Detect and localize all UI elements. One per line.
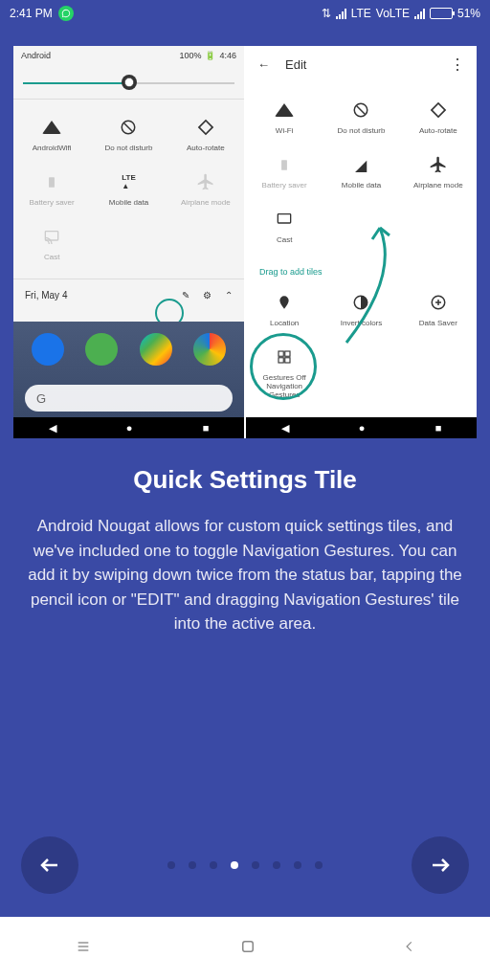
android-nav-bar: ◀●■: [13, 417, 244, 438]
tile-rotate: Auto-rotate: [400, 90, 477, 145]
qs-date: Fri, May 4: [25, 290, 67, 301]
tile-location: Location: [246, 282, 323, 337]
screenshot-container: Android 100% 🔋 4:46 AndroidWifi Do not d…: [13, 46, 477, 438]
app-messages-icon: [85, 333, 118, 366]
tile-cast: Cast: [246, 199, 323, 254]
system-nav-bar: [0, 917, 490, 980]
battery-percent: 51%: [457, 7, 480, 20]
page-description: Android Nougat allows for custom quick s…: [13, 514, 477, 636]
tile-airplane: Airplane mode: [400, 145, 477, 199]
gear-icon: ⚙: [203, 290, 212, 301]
tile-rotate: Auto-rotate: [167, 107, 244, 162]
dot[interactable]: [294, 861, 301, 869]
dot[interactable]: [273, 861, 280, 869]
pencil-icon: ✎: [182, 290, 189, 301]
arrow-right-icon: [429, 854, 452, 877]
status-time: 2:41 PM: [10, 7, 53, 20]
prev-button[interactable]: [21, 836, 78, 894]
onboarding-page: Android 100% 🔋 4:46 AndroidWifi Do not d…: [0, 27, 490, 917]
back-icon[interactable]: [403, 937, 416, 960]
svg-rect-4: [49, 177, 55, 188]
tile-wifi: AndroidWifi: [13, 107, 90, 162]
more-icon: ⋮: [450, 56, 465, 74]
updown-icon: ⇅: [322, 7, 331, 20]
next-button[interactable]: [412, 836, 469, 894]
svg-line-2: [124, 123, 133, 132]
signal-icon-2: [414, 8, 425, 19]
svg-rect-10: [278, 214, 290, 223]
dot-active[interactable]: [231, 861, 238, 869]
app-chrome-icon: [193, 333, 226, 366]
lte-label: LTE: [351, 7, 371, 20]
shot-battery: 100%: [179, 51, 201, 60]
edit-header: ← Edit ⋮: [246, 46, 477, 82]
tile-mobile-data: ◢Mobile data: [323, 145, 399, 199]
home-icon[interactable]: [239, 938, 256, 959]
dot[interactable]: [189, 861, 196, 869]
signal-icon: [336, 8, 346, 19]
svg-rect-5: [45, 232, 57, 240]
google-search-bar: G: [25, 385, 233, 412]
battery-icon: [430, 8, 453, 19]
back-icon: ←: [257, 57, 270, 72]
dot[interactable]: [167, 861, 175, 869]
tile-battery-saver: Battery saver: [246, 145, 323, 199]
qs-footer: Fri, May 4 ✎ ⚙ ⌃: [13, 278, 244, 311]
screenshot-left: Android 100% 🔋 4:46 AndroidWifi Do not d…: [13, 46, 244, 438]
drag-hint: Drag to add tiles: [246, 261, 477, 282]
svg-rect-9: [281, 160, 287, 170]
tile-dnd: Do not disturb: [323, 90, 399, 145]
tile-battery-saver: Battery saver: [13, 162, 90, 216]
svg-rect-3: [199, 121, 212, 134]
pager-controls: [13, 836, 477, 894]
tile-dnd: Do not disturb: [90, 107, 167, 162]
edit-title: Edit: [285, 57, 306, 72]
tile-mobile-data: LTE▲Mobile data: [90, 162, 167, 216]
tile-invert: Invert colors: [323, 282, 399, 337]
page-title: Quick Settings Tile: [13, 465, 477, 495]
dot[interactable]: [252, 861, 259, 869]
screenshot-right: ← Edit ⋮ Wi-Fi Do not disturb Auto-rotat…: [246, 46, 477, 438]
brightness-slider: [13, 65, 244, 100]
page-indicator: [167, 861, 323, 869]
menu-icon[interactable]: [74, 939, 93, 958]
tile-data-saver: Data Saver: [400, 282, 477, 337]
svg-rect-8: [432, 103, 445, 117]
highlight-circle-gestures: [250, 333, 317, 400]
app-phone-icon: [32, 333, 64, 366]
svg-point-0: [124, 78, 133, 86]
home-screen: G: [13, 322, 244, 417]
device-status-bar: 2:41 PM ⇅ LTE VoLTE 51%: [0, 0, 490, 27]
app-play-icon: [140, 333, 172, 366]
chevron-up-icon: ⌃: [225, 290, 233, 301]
dot[interactable]: [315, 861, 323, 869]
tile-cast: Cast: [13, 216, 90, 271]
whatsapp-icon: [58, 6, 74, 21]
shot-device-name: Android: [21, 51, 51, 60]
svg-rect-24: [243, 942, 254, 952]
shot-time: 4:46: [219, 51, 236, 60]
volte-label: VoLTE: [376, 7, 410, 20]
android-nav-bar: ◀●■: [246, 417, 477, 438]
svg-line-7: [357, 106, 366, 115]
dot[interactable]: [210, 861, 217, 869]
arrow-left-icon: [38, 854, 61, 877]
tile-airplane: Airplane mode: [167, 162, 244, 216]
tile-wifi: Wi-Fi: [246, 90, 323, 145]
